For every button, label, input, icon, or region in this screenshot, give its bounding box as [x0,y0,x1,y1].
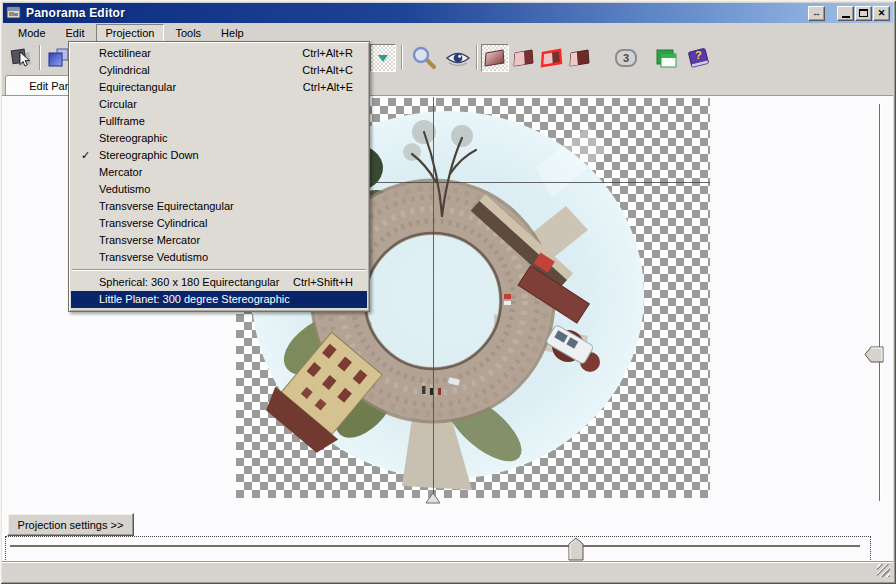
maximize-icon [859,9,868,17]
app-icon [6,6,21,20]
menu-item-label: Fullframe [99,115,145,127]
menu-item-label: Rectilinear [99,47,151,59]
image-number-badge: 3 [615,49,637,67]
menu-item-spherical-360x180[interactable]: Spherical: 360 x 180 Equirectangular Ctr… [71,274,367,291]
menu-item-label: Cylindrical [99,64,150,76]
transparency-toggle-icon [378,55,388,62]
menu-item-label: Stereographic [99,132,168,144]
horizontal-slider-track[interactable] [10,545,860,549]
menubar-item-projection[interactable]: Projection [96,24,165,42]
window-title: Panorama Editor [26,6,125,20]
menu-item-label: Transverse Cylindrical [99,217,207,229]
image-number-button[interactable]: 3 [609,44,643,72]
pano-quad-mode-1-button[interactable] [481,44,509,72]
close-icon: ✕ [878,9,886,18]
resize-grip[interactable] [877,564,890,577]
menu-item-label: Transverse Mercator [99,234,200,246]
menubar-item-mode[interactable]: Mode [9,25,55,41]
new-window-icon [653,45,679,71]
preview-eye-icon [443,45,473,71]
minimize-button[interactable] [837,6,854,21]
projection-menu: Rectilinear Ctrl+Alt+R Cylindrical Ctrl+… [68,41,370,312]
menu-item-shortcut: Ctrl+Shift+H [293,274,353,291]
menu-item-label: Equirectangular [99,81,176,93]
menu-item-transverse-vedutismo[interactable]: Transverse Vedutismo [71,249,367,266]
menu-item-label: Circular [99,98,137,110]
toolbar-separator [401,45,403,70]
resize-horizontal-icon: ↔ [812,9,821,18]
menubar-item-help[interactable]: Help [212,25,253,41]
transparency-toggle-button[interactable] [370,44,396,72]
menu-item-shortcut: Ctrl+Alt+R [302,45,353,62]
pano-quad-mode-3-button[interactable] [538,44,566,72]
menu-item-label: Mercator [99,166,142,178]
menu-item-label: Transverse Equirectangular [99,200,234,212]
horizontal-slider-thumb[interactable] [568,537,584,562]
status-bar [2,561,893,580]
menubar-item-edit[interactable]: Edit [57,25,94,41]
menu-item-fullframe[interactable]: Fullframe [71,113,367,130]
menu-item-circular[interactable]: Circular [71,96,367,113]
menu-item-label: Little Planet: 300 degree Stereographic [99,293,290,305]
menu-item-shortcut: Ctrl+Alt+E [303,79,353,96]
toolbar-separator [39,45,41,70]
menu-item-transverse-cylindrical[interactable]: Transverse Cylindrical [71,215,367,232]
help-button[interactable]: ? [684,44,714,72]
help-question-glyph: ? [695,49,702,61]
menu-item-transverse-equirectangular[interactable]: Transverse Equirectangular [71,198,367,215]
menu-bar: Mode Edit Projection Tools Help [3,23,893,42]
maximize-button[interactable] [855,6,872,21]
drag-tool-icon [8,45,34,71]
title-bar[interactable]: Panorama Editor ↔ ✕ [3,3,893,23]
projection-settings-label: Projection settings >> [18,519,124,531]
menu-item-label: Transverse Vedutismo [99,251,208,263]
menubar-item-tools[interactable]: Tools [166,25,210,41]
menu-item-stereographic[interactable]: Stereographic [71,130,367,147]
zoom-icon [408,45,438,71]
yaw-marker-handle[interactable] [425,492,441,504]
menu-separator [72,269,366,271]
close-button[interactable]: ✕ [873,6,890,21]
menu-item-equirectangular[interactable]: Equirectangular Ctrl+Alt+E [71,79,367,96]
center-guide-line [433,97,434,498]
projection-settings-button[interactable]: Projection settings >> [7,513,134,536]
menu-item-label: Stereographic Down [99,149,199,161]
menu-item-vedutismo[interactable]: Vedutismo [71,181,367,198]
pano-quad-mode-2-button[interactable] [510,44,538,72]
menu-item-little-planet[interactable]: Little Planet: 300 degree Stereographic [71,291,367,308]
preview-eye-button[interactable] [442,44,474,72]
zoom-button[interactable] [407,44,439,72]
menu-item-transverse-mercator[interactable]: Transverse Mercator [71,232,367,249]
minimize-icon [842,16,850,18]
pano-quad-mode-4-button[interactable] [566,44,594,72]
menu-item-label: Spherical: 360 x 180 Equirectangular [99,276,279,288]
menu-item-label: Vedutismo [99,183,150,195]
menu-item-cylindrical[interactable]: Cylindrical Ctrl+Alt+C [71,62,367,79]
menu-item-rectilinear[interactable]: Rectilinear Ctrl+Alt+R [71,45,367,62]
menu-item-stereographic-down[interactable]: ✓ Stereographic Down [71,147,367,164]
vertical-slider-thumb[interactable] [864,346,885,363]
menu-item-mercator[interactable]: Mercator [71,164,367,181]
resize-horizontal-button[interactable]: ↔ [808,6,825,21]
vertical-slider-track[interactable] [879,104,881,501]
new-window-button[interactable] [651,44,681,72]
horizontal-slider[interactable] [5,536,871,562]
menu-item-shortcut: Ctrl+Alt+C [302,62,353,79]
toolbar-separator [476,45,478,70]
tab-label: Edit Pan [29,80,71,92]
pano-quad-mode-3-icon [540,48,564,68]
checkmark-icon: ✓ [81,147,90,164]
pano-quad-mode-1-icon [483,48,507,68]
pano-quad-mode-4-icon [568,48,592,68]
panorama-editor-window: Panorama Editor ↔ ✕ Mode Edit Projection… [0,0,896,584]
pano-quad-mode-2-icon [512,48,536,68]
drag-tool-button[interactable] [7,44,35,72]
